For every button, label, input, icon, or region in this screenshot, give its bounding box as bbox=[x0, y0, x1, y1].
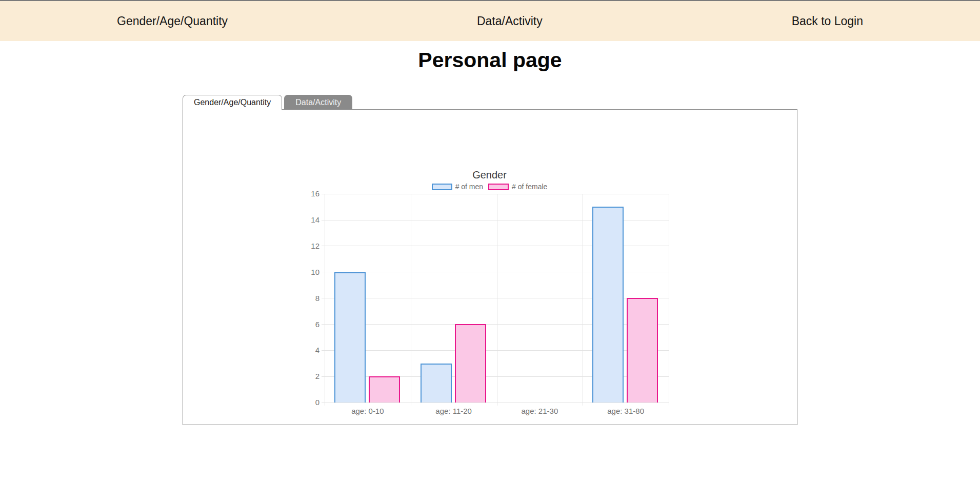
legend-swatch-female bbox=[488, 184, 509, 190]
legend-label: # of female bbox=[512, 183, 547, 191]
nav-link-gender-age-quantity[interactable]: Gender/Age/Quantity bbox=[117, 14, 228, 28]
y-tick-label: 14 bbox=[299, 215, 319, 225]
x-category-label: age: 11-20 bbox=[411, 407, 497, 415]
gridline-vertical bbox=[325, 194, 325, 406]
bar-female-0-10 bbox=[369, 376, 400, 403]
bar-female-11-20 bbox=[455, 324, 486, 403]
legend-item-men[interactable]: # of men bbox=[432, 183, 483, 191]
legend-swatch-men bbox=[432, 184, 452, 190]
legend-label: # of men bbox=[455, 183, 483, 191]
tabbed-section: Gender/Age/Quantity Data/Activity Gender… bbox=[183, 95, 797, 425]
plot-area: 0246810121416age: 0-10age: 11-20age: 21-… bbox=[325, 194, 669, 403]
gridline-vertical bbox=[669, 194, 669, 406]
top-navbar: Gender/Age/Quantity Data/Activity Back t… bbox=[0, 0, 980, 41]
gridline-vertical bbox=[411, 194, 411, 406]
chart-title: Gender bbox=[306, 169, 673, 181]
y-tick-label: 0 bbox=[299, 398, 319, 407]
y-tick-label: 8 bbox=[299, 294, 319, 303]
gridline-vertical bbox=[583, 194, 583, 406]
tab-gender-age-quantity[interactable]: Gender/Age/Quantity bbox=[183, 95, 282, 110]
y-tick-label: 12 bbox=[299, 242, 319, 251]
x-category-label: age: 21-30 bbox=[497, 407, 583, 415]
legend-item-female[interactable]: # of female bbox=[488, 183, 547, 191]
tab-bar: Gender/Age/Quantity Data/Activity bbox=[183, 95, 797, 110]
page-title: Personal page bbox=[0, 48, 980, 73]
tab-data-activity[interactable]: Data/Activity bbox=[284, 95, 352, 110]
bar-men-11-20 bbox=[421, 364, 452, 403]
y-tick-label: 4 bbox=[299, 346, 319, 355]
chart-legend: # of men# of female bbox=[306, 183, 673, 191]
chart-panel: Gender # of men# of female 0246810121416… bbox=[183, 109, 797, 425]
gridline-vertical bbox=[497, 194, 497, 406]
y-tick-label: 6 bbox=[299, 320, 319, 329]
x-category-label: age: 0-10 bbox=[325, 407, 411, 415]
gridline-horizontal bbox=[322, 194, 669, 194]
y-tick-label: 2 bbox=[299, 372, 319, 381]
bar-female-31-80 bbox=[627, 298, 658, 403]
y-tick-label: 10 bbox=[299, 268, 319, 277]
bar-men-31-80 bbox=[592, 207, 624, 403]
bar-men-0-10 bbox=[334, 272, 366, 403]
nav-link-data-activity[interactable]: Data/Activity bbox=[477, 14, 543, 28]
nav-link-back-to-login[interactable]: Back to Login bbox=[792, 14, 863, 28]
y-tick-label: 16 bbox=[299, 189, 319, 198]
x-category-label: age: 31-80 bbox=[583, 407, 669, 415]
gender-bar-chart: Gender # of men# of female 0246810121416… bbox=[306, 110, 673, 425]
